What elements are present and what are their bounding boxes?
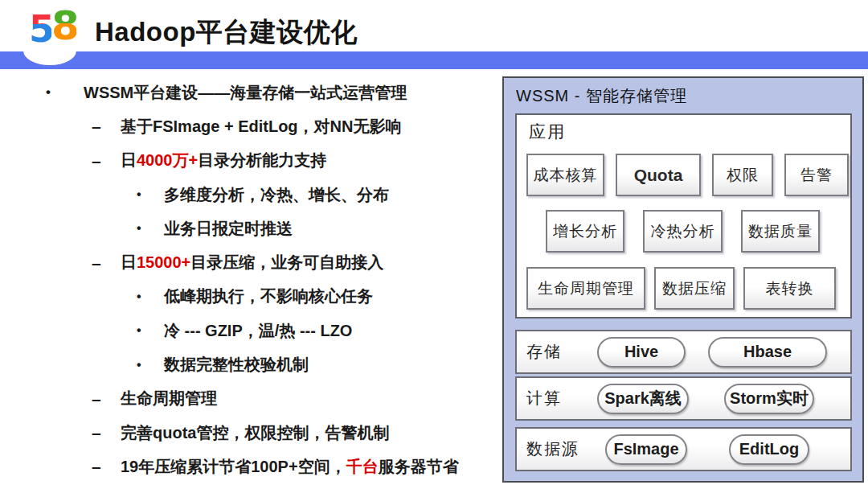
module-box-lifecycle: 生命周期管理 [526,267,645,310]
accent-bar [0,51,868,69]
datasource-strip: 数据源 FsImage EditLog [515,427,852,471]
bullet-line: –日15000+目录压缩，业务可自助接入 [0,245,497,279]
bullet-line: –日4000万+目录分析能力支持 [0,144,497,178]
bullet-marker: – [92,389,121,409]
bullet-line: –生命周期管理 [0,382,497,416]
bullet-text: 日4000万+目录分析能力支持 [121,150,326,171]
bullet-text: 基于FSImage + EditLog，对NN无影响 [121,116,401,138]
wssm-diagram-panel: WSSM - 智能存储管理 应用 成本核算 Quota 权限 告警 增长分析 冷… [502,76,864,483]
strip-label-datasource: 数据源 [526,438,597,460]
logo-58: 58 [29,5,87,50]
bullet-marker: • [137,290,164,304]
bullet-line: •WSSM平台建设——海量存储一站式运营管理 [0,76,497,109]
bullet-marker: • [137,358,164,372]
bullet-marker: – [92,457,121,476]
strip-label-storage: 存储 [526,341,597,363]
pill-storm: Storm实时 [724,384,814,414]
module-box-alert: 告警 [784,154,849,196]
bullet-line: •多维度分析，冷热、增长、分布 [0,178,497,212]
bullet-marker: • [137,221,164,236]
module-box-growth: 增长分析 [546,210,624,253]
bullet-text: 业务日报定时推送 [164,218,293,240]
module-box-perm: 权限 [712,154,773,196]
slide: 58 Hadoop平台建设优化 •WSSM平台建设——海量存储一站式运营管理 –… [0,0,868,489]
bullet-text: 冷 --- GZIP，温/热 --- LZO [164,320,352,342]
bullet-line: –19年压缩累计节省100P+空间，千台服务器节省 [0,450,497,483]
logo-digit-8: 8 [51,5,76,47]
bullet-line: •数据完整性校验机制 [0,347,497,381]
bullet-line: •冷 --- GZIP，温/热 --- LZO [0,314,497,347]
bullet-marker: • [137,323,164,338]
bullet-text: 生命周期管理 [121,388,217,409]
module-box-cost: 成本核算 [526,154,604,196]
bullet-marker: – [92,117,121,136]
pill-spark: Spark离线 [597,384,689,414]
app-section-label: 应用 [529,121,566,143]
module-box-quota: Quota [616,154,701,196]
page-title: Hadoop平台建设优化 [95,14,358,51]
module-box-convert: 表转换 [743,267,836,310]
bullet-text: 多维度分析，冷热、增长、分布 [164,184,389,206]
bullet-text: 数据完整性校验机制 [164,354,309,376]
panel-title: WSSM - 智能存储管理 [516,85,687,107]
bullet-marker: – [92,253,121,273]
app-section: 应用 成本核算 Quota 权限 告警 增长分析 冷热分析 数据质量 生命周期管… [515,113,852,318]
pill-hbase: Hbase [708,337,827,368]
bullet-line: –基于FSImage + EditLog，对NN无影响 [0,109,497,143]
storage-strip: 存储 Hive Hbase [515,330,852,374]
header: 58 Hadoop平台建设优化 [0,0,868,51]
bullet-text: 19年压缩累计节省100P+空间，千台服务器节省 [121,456,459,478]
bullet-marker: • [137,187,164,202]
bullet-marker: • [46,84,84,101]
app-row-3: 生命周期管理 数据压缩 表转换 [526,267,836,310]
strip-label-compute: 计算 [526,388,597,409]
pill-editlog: EditLog [729,434,809,465]
bullet-line: •业务日报定时推送 [0,212,497,245]
bullet-marker: – [92,423,121,442]
module-box-quality: 数据质量 [741,210,820,253]
bullet-list: •WSSM平台建设——海量存储一站式运营管理 –基于FSImage + Edit… [0,76,497,484]
app-row-1: 成本核算 Quota 权限 告警 [526,154,849,196]
bullet-text: 低峰期执行，不影响核心任务 [164,286,373,307]
bullet-text: 完善quota管控，权限控制，告警机制 [121,422,389,444]
bullet-line: •低峰期执行，不影响核心任务 [0,280,497,314]
bullet-text: WSSM平台建设——海量存储一站式运营管理 [84,82,407,104]
bullet-line: –完善quota管控，权限控制，告警机制 [0,416,497,450]
module-box-hotcold: 冷热分析 [643,210,723,253]
pill-hive: Hive [597,337,686,368]
module-box-compress: 数据压缩 [654,267,735,310]
bullet-text: 日15000+目录压缩，业务可自助接入 [121,252,383,273]
pill-fsimage: FsImage [605,434,687,465]
logo-digit-5: 5 [29,6,51,51]
bullet-marker: – [92,151,121,171]
app-row-2: 增长分析 冷热分析 数据质量 [546,210,820,253]
compute-strip: 计算 Spark离线 Storm实时 [515,376,852,421]
